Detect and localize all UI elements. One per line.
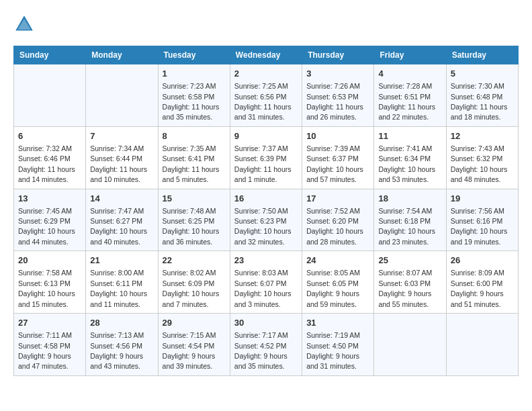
day-number: 11 (378, 130, 441, 142)
calendar-day: 25Sunrise: 8:07 AMSunset: 6:03 PMDayligh… (374, 251, 446, 314)
day-number: 21 (90, 255, 153, 267)
calendar-week-5: 27Sunrise: 7:11 AMSunset: 4:58 PMDayligh… (14, 314, 519, 376)
daylight-info: Daylight: 11 hours and 31 minutes. (234, 103, 292, 121)
calendar-day: 27Sunrise: 7:11 AMSunset: 4:58 PMDayligh… (14, 314, 86, 376)
calendar-day (14, 64, 86, 127)
calendar-day: 1Sunrise: 7:23 AMSunset: 6:58 PMDaylight… (158, 64, 230, 127)
weekday-header-saturday: Saturday (446, 46, 518, 64)
daylight-info: Daylight: 10 hours and 48 minutes. (451, 165, 508, 183)
calendar-day: 24Sunrise: 8:05 AMSunset: 6:05 PMDayligh… (302, 251, 374, 314)
sunrise-info: Sunrise: 7:34 AM (90, 144, 144, 152)
sunset-info: Sunset: 6:48 PM (451, 93, 503, 101)
sunrise-info: Sunrise: 7:45 AM (18, 207, 72, 215)
calendar-day: 3Sunrise: 7:26 AMSunset: 6:53 PMDaylight… (302, 64, 374, 127)
calendar-day: 22Sunrise: 8:02 AMSunset: 6:09 PMDayligh… (158, 251, 230, 314)
daylight-info: Daylight: 10 hours and 57 minutes. (306, 165, 363, 183)
sunset-info: Sunset: 6:32 PM (451, 154, 503, 163)
calendar-day: 26Sunrise: 8:09 AMSunset: 6:00 PMDayligh… (446, 251, 518, 314)
weekday-header-monday: Monday (86, 46, 158, 64)
calendar-day: 2Sunrise: 7:25 AMSunset: 6:56 PMDaylight… (230, 64, 302, 127)
sunrise-info: Sunrise: 7:50 AM (234, 207, 288, 215)
weekday-header-row: SundayMondayTuesdayWednesdayThursdayFrid… (14, 46, 519, 64)
sunrise-info: Sunrise: 7:52 AM (306, 207, 360, 215)
day-number: 29 (163, 317, 226, 329)
weekday-header-sunday: Sunday (14, 46, 86, 64)
calendar-day: 23Sunrise: 8:03 AMSunset: 6:07 PMDayligh… (230, 251, 302, 314)
calendar-table: SundayMondayTuesdayWednesdayThursdayFrid… (13, 46, 519, 376)
calendar-week-2: 6Sunrise: 7:32 AMSunset: 6:46 PMDaylight… (14, 126, 519, 189)
daylight-info: Daylight: 9 hours and 43 minutes. (90, 352, 143, 370)
daylight-info: Daylight: 10 hours and 40 minutes. (90, 227, 147, 245)
calendar-week-4: 20Sunrise: 7:58 AMSunset: 6:13 PMDayligh… (14, 251, 519, 314)
logo-icon (13, 13, 35, 35)
sunset-info: Sunset: 4:50 PM (306, 342, 359, 350)
sunrise-info: Sunrise: 8:09 AM (451, 269, 504, 277)
day-number: 23 (234, 255, 298, 267)
daylight-info: Daylight: 9 hours and 55 minutes. (378, 289, 431, 308)
sunset-info: Sunset: 6:37 PM (306, 154, 359, 163)
calendar-week-3: 13Sunrise: 7:45 AMSunset: 6:29 PMDayligh… (14, 189, 519, 251)
sunrise-info: Sunrise: 7:15 AM (163, 331, 216, 339)
daylight-info: Daylight: 9 hours and 35 minutes. (234, 352, 287, 370)
sunset-info: Sunset: 6:34 PM (378, 154, 431, 163)
calendar-day: 18Sunrise: 7:54 AMSunset: 6:18 PMDayligh… (374, 189, 446, 251)
calendar-day: 13Sunrise: 7:45 AMSunset: 6:29 PMDayligh… (14, 189, 86, 251)
daylight-info: Daylight: 11 hours and 35 minutes. (163, 103, 220, 121)
sunset-info: Sunset: 6:44 PM (90, 154, 142, 163)
sunset-info: Sunset: 4:52 PM (234, 342, 287, 350)
sunset-info: Sunset: 6:07 PM (234, 279, 287, 287)
day-number: 19 (451, 193, 514, 205)
day-number: 16 (234, 193, 298, 205)
sunrise-info: Sunrise: 7:13 AM (90, 331, 144, 339)
daylight-info: Daylight: 10 hours and 7 minutes. (163, 289, 220, 308)
day-number: 22 (163, 255, 226, 267)
calendar-day: 15Sunrise: 7:48 AMSunset: 6:25 PMDayligh… (158, 189, 230, 251)
sunset-info: Sunset: 6:13 PM (18, 279, 71, 287)
sunset-info: Sunset: 6:27 PM (90, 217, 142, 225)
weekday-header-tuesday: Tuesday (158, 46, 230, 64)
calendar-day: 10Sunrise: 7:39 AMSunset: 6:37 PMDayligh… (302, 126, 374, 189)
sunrise-info: Sunrise: 7:17 AM (234, 331, 288, 339)
day-number: 8 (163, 130, 226, 142)
daylight-info: Daylight: 11 hours and 1 minute. (234, 165, 292, 183)
day-number: 4 (378, 68, 441, 80)
sunrise-info: Sunrise: 7:19 AM (306, 331, 360, 339)
day-number: 28 (90, 317, 153, 329)
sunset-info: Sunset: 6:09 PM (163, 279, 215, 287)
sunset-info: Sunset: 6:00 PM (451, 279, 503, 287)
logo (13, 13, 38, 35)
sunrise-info: Sunrise: 7:11 AM (18, 331, 72, 339)
weekday-header-thursday: Thursday (302, 46, 374, 64)
sunrise-info: Sunrise: 8:03 AM (234, 269, 288, 277)
daylight-info: Daylight: 11 hours and 26 minutes. (306, 103, 363, 121)
day-number: 20 (18, 255, 81, 267)
calendar-day: 16Sunrise: 7:50 AMSunset: 6:23 PMDayligh… (230, 189, 302, 251)
sunset-info: Sunset: 4:54 PM (163, 342, 215, 350)
sunset-info: Sunset: 6:29 PM (18, 217, 71, 225)
day-number: 24 (306, 255, 369, 267)
sunrise-info: Sunrise: 7:48 AM (163, 207, 216, 215)
sunset-info: Sunset: 6:05 PM (306, 279, 359, 287)
calendar-day: 21Sunrise: 8:00 AMSunset: 6:11 PMDayligh… (86, 251, 158, 314)
calendar-day (86, 64, 158, 127)
day-number: 18 (378, 193, 441, 205)
sunset-info: Sunset: 6:18 PM (378, 217, 431, 225)
daylight-info: Daylight: 11 hours and 5 minutes. (163, 165, 220, 183)
sunrise-info: Sunrise: 7:32 AM (18, 144, 72, 152)
sunset-info: Sunset: 6:39 PM (234, 154, 287, 163)
sunset-info: Sunset: 6:58 PM (163, 93, 215, 101)
daylight-info: Daylight: 9 hours and 31 minutes. (306, 352, 359, 370)
calendar-day: 29Sunrise: 7:15 AMSunset: 4:54 PMDayligh… (158, 314, 230, 376)
calendar-day: 9Sunrise: 7:37 AMSunset: 6:39 PMDaylight… (230, 126, 302, 189)
daylight-info: Daylight: 10 hours and 28 minutes. (306, 227, 363, 245)
day-number: 30 (234, 317, 298, 329)
sunset-info: Sunset: 6:25 PM (163, 217, 215, 225)
calendar-day: 17Sunrise: 7:52 AMSunset: 6:20 PMDayligh… (302, 189, 374, 251)
sunset-info: Sunset: 4:56 PM (90, 342, 142, 350)
sunrise-info: Sunrise: 7:23 AM (163, 82, 216, 90)
calendar-day: 14Sunrise: 7:47 AMSunset: 6:27 PMDayligh… (86, 189, 158, 251)
sunset-info: Sunset: 6:46 PM (18, 154, 71, 163)
sunrise-info: Sunrise: 7:26 AM (306, 82, 360, 90)
day-number: 5 (451, 68, 514, 80)
daylight-info: Daylight: 9 hours and 39 minutes. (163, 352, 216, 370)
